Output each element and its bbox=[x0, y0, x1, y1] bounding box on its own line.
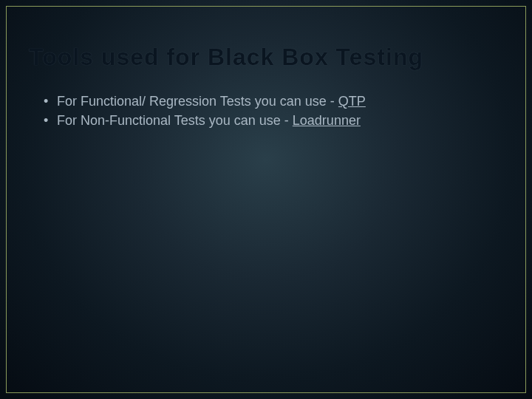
link-loadrunner[interactable]: Loadrunner bbox=[293, 113, 361, 128]
slide-border: Tools used for Black Box Testing For Fun… bbox=[6, 6, 526, 393]
link-qtp[interactable]: QTP bbox=[338, 94, 366, 109]
list-item: For Non-Functional Tests you can use - L… bbox=[44, 111, 503, 130]
slide-title: Tools used for Black Box Testing bbox=[29, 44, 503, 71]
list-item: For Functional/ Regression Tests you can… bbox=[44, 92, 503, 111]
bullet-text: For Functional/ Regression Tests you can… bbox=[57, 94, 338, 109]
slide: Tools used for Black Box Testing For Fun… bbox=[0, 0, 532, 399]
bullet-list: For Functional/ Regression Tests you can… bbox=[29, 92, 503, 130]
bullet-text: For Non-Functional Tests you can use - bbox=[57, 113, 293, 128]
